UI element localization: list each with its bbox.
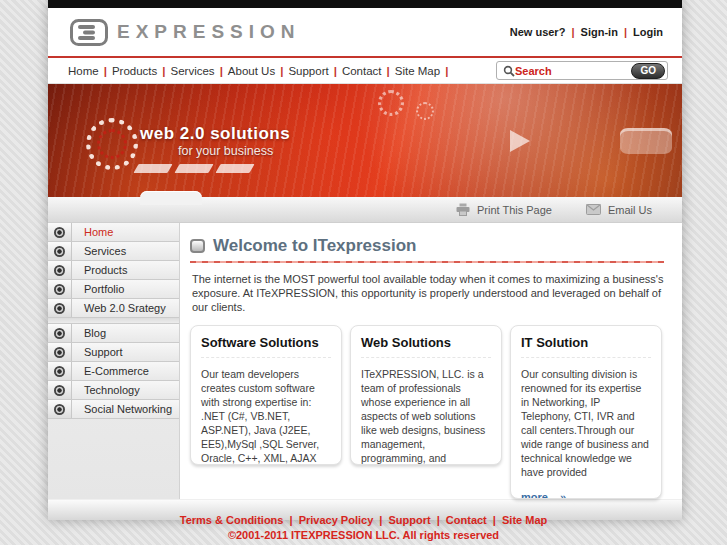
- sidebar-item-label: Support: [72, 343, 179, 361]
- footer-link-terms-conditions[interactable]: Terms & Conditions: [180, 514, 284, 526]
- nav-item-services[interactable]: Services: [171, 65, 215, 77]
- footer-separator: |: [286, 514, 295, 526]
- nav-separator: |: [162, 65, 165, 77]
- content-area: HomeServicesProductsPortfolioWeb 2.0 Sra…: [48, 223, 682, 499]
- nav-item-products[interactable]: Products: [112, 65, 157, 77]
- main-nav: Home|Products|Services|About Us|Support|…: [68, 65, 449, 77]
- footer-separator: |: [434, 514, 443, 526]
- footer-separator: |: [376, 514, 385, 526]
- bullet-donut-icon: [54, 385, 65, 396]
- sidebar-item-label: Blog: [72, 324, 179, 342]
- sidebar-item-support[interactable]: Support: [48, 343, 179, 362]
- account-links: New user? | Sign-in | Login: [507, 26, 666, 38]
- account-separator: |: [568, 26, 577, 38]
- email-us-link[interactable]: Email Us: [586, 204, 652, 216]
- sidebar-menu: HomeServicesProductsPortfolioWeb 2.0 Sra…: [48, 223, 180, 499]
- sidebar-bullet-cell: [48, 343, 72, 361]
- sidebar-item-e-commerce[interactable]: E-Commerce: [48, 362, 179, 381]
- account-link-new-user[interactable]: New user?: [510, 26, 566, 38]
- footer-link-site-map[interactable]: Site Map: [502, 514, 547, 526]
- banner-subheadline: for your business: [178, 144, 273, 158]
- sidebar-item-label: Portfolio: [72, 280, 179, 298]
- main-panel: Welcome to ITexpression The internet is …: [180, 223, 682, 499]
- banner-small-circle-2: [416, 102, 434, 120]
- footer-link-privacy-policy[interactable]: Privacy Policy: [299, 514, 374, 526]
- nav-item-contact[interactable]: Contact: [342, 65, 382, 77]
- footer-separator: |: [490, 514, 499, 526]
- email-us-label: Email Us: [608, 204, 652, 216]
- sidebar-item-label: Web 2.0 Srategy: [72, 299, 179, 317]
- footer-links: Terms & Conditions | Privacy Policy | Su…: [0, 514, 727, 526]
- column-title: IT Solution: [521, 335, 651, 358]
- sidebar-item-products[interactable]: Products: [48, 261, 179, 280]
- column-body-text: Our consulting division is renowned for …: [521, 367, 651, 479]
- sidebar-item-services[interactable]: Services: [48, 242, 179, 261]
- nav-item-home[interactable]: Home: [68, 65, 99, 77]
- sidebar-item-home[interactable]: Home: [48, 223, 179, 242]
- nav-item-site-map[interactable]: Site Map: [395, 65, 440, 77]
- sidebar-bullet-cell: [48, 400, 72, 418]
- column-title: Software Solutions: [201, 335, 331, 358]
- sidebar-bullet-cell: [48, 324, 72, 342]
- more-link[interactable]: more... »: [521, 491, 566, 499]
- page-footer: Terms & Conditions | Privacy Policy | Su…: [0, 514, 727, 541]
- solution-column-web-solutions: Web SolutionsITeXPRESSION, LLC. is a tea…: [350, 325, 502, 465]
- logo-wordmark: EXPRESSION: [117, 21, 301, 43]
- page-title: Welcome to ITexpression: [213, 236, 416, 256]
- bullet-donut-icon: [54, 246, 65, 257]
- banner-bars-graphic: [136, 164, 252, 173]
- tab-notch: [140, 191, 202, 205]
- sidebar-item-label: Social Networking: [72, 400, 179, 418]
- print-page-label: Print This Page: [477, 204, 552, 216]
- bullet-donut-icon: [54, 404, 65, 415]
- sidebar-bullet-cell: [48, 299, 72, 317]
- banner-small-circle: [378, 90, 404, 116]
- sidebar-bullet-cell: [48, 381, 72, 399]
- bullet-donut-icon: [54, 284, 65, 295]
- hero-banner: web 2.0 solutions for your business: [48, 84, 682, 197]
- print-page-link[interactable]: Print This Page: [456, 203, 552, 216]
- nav-item-about-us[interactable]: About Us: [228, 65, 275, 77]
- sidebar-item-label: Technology: [72, 381, 179, 399]
- column-body-text: Our team developers creates custom softw…: [201, 367, 331, 465]
- account-separator: |: [621, 26, 630, 38]
- sidebar-bullet-cell: [48, 223, 72, 241]
- account-link-login[interactable]: Login: [633, 26, 663, 38]
- solution-column-it-solution: IT SolutionOur consulting division is re…: [510, 325, 662, 499]
- nav-separator: |: [387, 65, 390, 77]
- bullet-donut-icon: [54, 303, 65, 314]
- solution-columns: Software SolutionsOur team developers cr…: [190, 325, 668, 499]
- sidebar-item-technology[interactable]: Technology: [48, 381, 179, 400]
- account-link-sign-in[interactable]: Sign-in: [581, 26, 618, 38]
- bullet-square-icon: [190, 239, 205, 253]
- nav-row: Home|Products|Services|About Us|Support|…: [48, 58, 682, 84]
- welcome-heading: Welcome to ITexpression: [190, 236, 668, 261]
- banner-headline: web 2.0 solutions: [140, 124, 290, 144]
- sidebar-item-portfolio[interactable]: Portfolio: [48, 280, 179, 299]
- printer-icon: [456, 203, 470, 216]
- sidebar-item-social-networking[interactable]: Social Networking: [48, 400, 179, 419]
- sidebar-bullet-cell: [48, 280, 72, 298]
- sidebar-item-label: Home: [72, 223, 179, 241]
- bullet-donut-icon: [54, 227, 65, 238]
- page-container: EXPRESSION New user? | Sign-in | Login H…: [48, 0, 682, 520]
- search-go-button[interactable]: GO: [631, 63, 665, 79]
- utility-bar: Print This Page Email Us: [48, 197, 682, 223]
- nav-separator: |: [220, 65, 223, 77]
- nav-separator: |: [104, 65, 107, 77]
- sidebar-item-blog[interactable]: Blog: [48, 324, 179, 343]
- sidebar-item-label: Products: [72, 261, 179, 279]
- logo[interactable]: EXPRESSION: [70, 19, 301, 46]
- solution-column-software-solutions: Software SolutionsOur team developers cr…: [190, 325, 342, 465]
- footer-link-support[interactable]: Support: [388, 514, 430, 526]
- banner-cylinder-graphic: [620, 128, 672, 154]
- sidebar-item-web-2-0-srategy[interactable]: Web 2.0 Srategy: [48, 299, 179, 318]
- footer-link-contact[interactable]: Contact: [446, 514, 487, 526]
- nav-item-support[interactable]: Support: [288, 65, 328, 77]
- nav-separator: |: [334, 65, 337, 77]
- heading-underline: [190, 261, 664, 263]
- bullet-donut-icon: [54, 265, 65, 276]
- bullet-donut-icon: [54, 347, 65, 358]
- expression-logo-icon: [70, 19, 108, 46]
- search-input[interactable]: [515, 65, 631, 77]
